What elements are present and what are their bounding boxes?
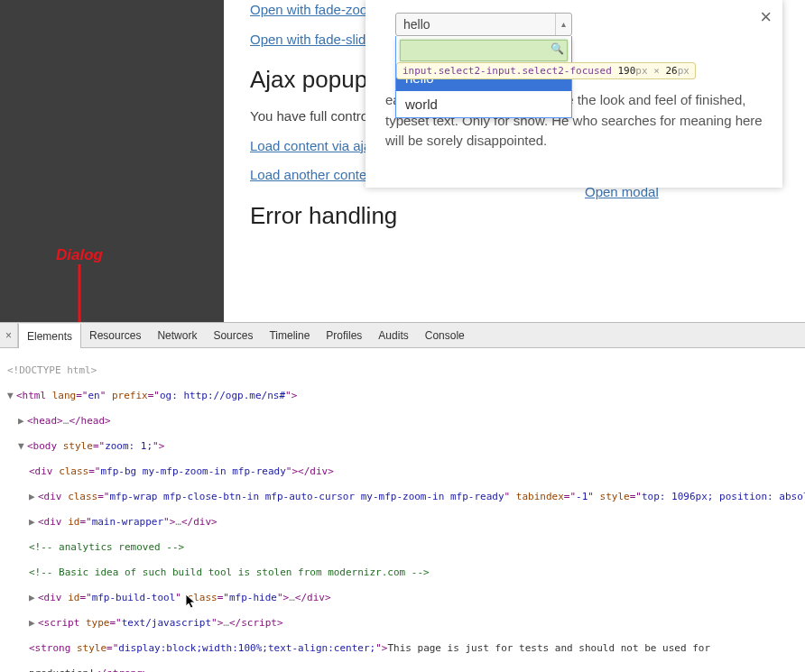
tooltip-unit: px <box>635 65 647 77</box>
cursor-icon <box>185 594 198 610</box>
annotation-dialog: Dialog <box>56 246 103 264</box>
tooltip-width: 190 <box>617 65 635 77</box>
search-icon: 🔍 <box>551 42 564 55</box>
select2-container[interactable]: hello ▴ <box>395 13 572 36</box>
select2-search-input[interactable] <box>400 40 568 61</box>
tab-profiles[interactable]: Profiles <box>318 323 370 347</box>
tab-elements[interactable]: Elements <box>18 324 81 348</box>
tooltip-times: × <box>648 65 666 77</box>
heading-error-handling: Error handling <box>250 198 791 234</box>
tab-network[interactable]: Network <box>149 323 205 347</box>
tooltip-height: 26 <box>665 65 677 77</box>
tab-sources[interactable]: Sources <box>205 323 261 347</box>
link-load-ajax[interactable]: Load content via ajax <box>250 138 378 153</box>
devtools-close-icon[interactable]: × <box>0 323 18 347</box>
tab-timeline[interactable]: Timeline <box>261 323 318 347</box>
tooltip-unit2: px <box>678 65 689 77</box>
link-fade-slide[interactable]: Open with fade-slide <box>250 32 374 47</box>
dom-doctype: <!DOCTYPE html> <box>7 364 97 376</box>
close-icon[interactable]: × <box>760 5 772 29</box>
inspector-element-tooltip: input.select2-input.select2-focused 190p… <box>396 62 696 79</box>
tooltip-selector: input.select2-input.select2-focused <box>402 65 612 77</box>
tab-audits[interactable]: Audits <box>370 323 416 347</box>
tab-console[interactable]: Console <box>417 323 473 347</box>
devtools-tabbar: × Elements Resources Network Sources Tim… <box>0 323 805 348</box>
sidebar-dark-area <box>0 0 224 322</box>
arrow-dialog-icon <box>70 264 92 322</box>
devtools-panel: × Elements Resources Network Sources Tim… <box>0 322 805 672</box>
select2-search-wrap: 🔍 <box>396 36 571 65</box>
link-fade-zoom[interactable]: Open with fade-zoom <box>250 2 379 17</box>
devtools-dom-tree[interactable]: <!DOCTYPE html> ▼<html lang="en" prefix=… <box>0 348 805 672</box>
select2-selected-label: hello <box>403 17 430 32</box>
chevron-up-icon[interactable]: ▴ <box>555 14 571 35</box>
tab-resources[interactable]: Resources <box>81 323 149 347</box>
select2-option-world[interactable]: world <box>396 91 571 117</box>
select2-selected-choice[interactable]: hello ▴ <box>395 13 572 36</box>
